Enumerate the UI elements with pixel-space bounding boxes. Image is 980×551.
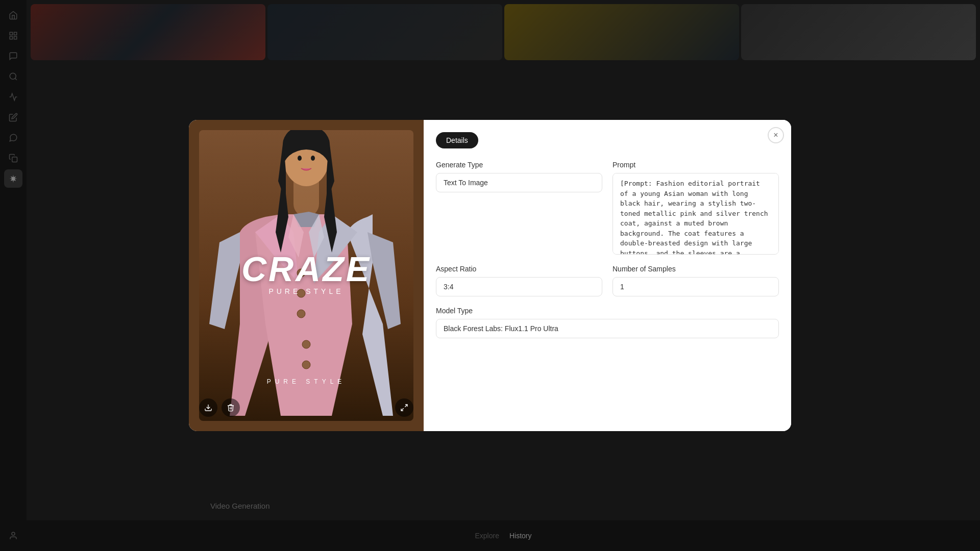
generate-type-group: Generate Type: [436, 161, 602, 255]
number-samples-input[interactable]: [612, 277, 779, 296]
aspect-ratio-input[interactable]: [436, 277, 602, 296]
modal-dialog: ×: [189, 120, 791, 431]
form-section-top: Generate Type Prompt: [436, 161, 779, 255]
modal-image-panel: CRAZE PURE STYLE PURE STYLE: [189, 120, 424, 431]
model-type-input[interactable]: [436, 319, 779, 338]
image-action-left: [199, 398, 240, 417]
aspect-ratio-label: Aspect Ratio: [436, 265, 602, 273]
modal-details-panel: Details Generate Type Prompt Aspect Rati…: [424, 120, 791, 431]
svg-point-13: [297, 310, 305, 318]
prompt-label: Prompt: [612, 161, 779, 169]
delete-button[interactable]: [222, 398, 240, 417]
svg-point-18: [298, 156, 302, 161]
model-type-group: Model Type: [436, 307, 779, 338]
svg-point-15: [302, 361, 310, 369]
prompt-textarea[interactable]: [612, 173, 779, 255]
fashion-image: CRAZE PURE STYLE PURE STYLE: [199, 130, 413, 421]
svg-line-21: [405, 405, 407, 407]
prompt-group: Prompt: [612, 161, 779, 255]
number-samples-group: Number of Samples: [612, 265, 779, 296]
image-actions: [199, 398, 413, 417]
form-row-middle: Aspect Ratio Number of Samples: [436, 265, 779, 296]
model-type-label: Model Type: [436, 307, 779, 315]
woman-figure-svg: [199, 130, 413, 421]
svg-point-14: [302, 340, 310, 348]
number-samples-label: Number of Samples: [612, 265, 779, 273]
svg-line-22: [401, 408, 404, 411]
svg-point-11: [297, 269, 305, 277]
model-type-section: Model Type: [436, 307, 779, 338]
svg-point-12: [297, 289, 305, 297]
modal-overlay: ×: [0, 0, 980, 551]
generate-type-label: Generate Type: [436, 161, 602, 169]
svg-point-19: [311, 156, 315, 161]
expand-button[interactable]: [395, 398, 413, 417]
details-tab[interactable]: Details: [436, 132, 478, 148]
pure-style-bottom-text: PURE STYLE: [267, 378, 346, 385]
modal-close-button[interactable]: ×: [768, 127, 784, 143]
aspect-ratio-group: Aspect Ratio: [436, 265, 602, 296]
download-button[interactable]: [199, 398, 217, 417]
generate-type-input[interactable]: [436, 173, 602, 192]
